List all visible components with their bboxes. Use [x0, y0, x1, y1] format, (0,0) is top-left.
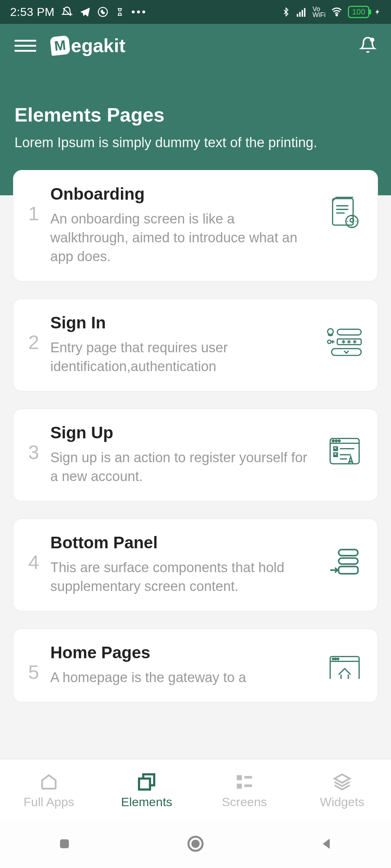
telegram-icon [79, 6, 91, 18]
status-right: VoWiFi 100 [281, 6, 381, 18]
app-header: M egakit Elements Pages Lorem Ipsum is s… [0, 24, 391, 195]
svg-rect-31 [339, 558, 358, 564]
charging-icon [374, 7, 381, 17]
page-subtitle: Lorem Ipsum is simply dummy text of the … [14, 133, 377, 152]
bluetooth-icon [281, 6, 291, 18]
svg-point-23 [335, 440, 337, 442]
svg-rect-4 [302, 10, 303, 17]
onboarding-icon [325, 184, 365, 231]
svg-rect-15 [337, 329, 361, 335]
svg-point-35 [332, 658, 334, 660]
svg-point-14 [328, 329, 333, 335]
home-button[interactable] [186, 834, 205, 855]
more-icon: ••• [131, 6, 147, 18]
app-icon [115, 7, 125, 17]
svg-rect-2 [297, 14, 298, 17]
svg-point-22 [332, 440, 334, 442]
tab-label: Widgets [320, 795, 365, 809]
status-left: 2:53 PM ••• [10, 5, 147, 19]
svg-rect-19 [332, 349, 361, 356]
tab-widgets[interactable]: Widgets [293, 760, 391, 821]
svg-rect-39 [139, 778, 150, 789]
svg-point-7 [371, 38, 374, 41]
svg-rect-30 [339, 550, 358, 556]
home-pages-icon [325, 643, 365, 679]
list-item-bottom-panel[interactable]: 4 Bottom Panel This are surface componen… [13, 519, 378, 611]
logo-badge: M [50, 35, 70, 56]
item-title: Sign Up [50, 423, 315, 442]
svg-point-36 [335, 658, 336, 660]
tab-elements[interactable]: Elements [98, 760, 196, 821]
item-number: 4 [26, 533, 41, 573]
svg-rect-41 [244, 776, 252, 778]
svg-rect-5 [304, 8, 306, 17]
wifi-icon [331, 7, 343, 17]
svg-rect-3 [299, 12, 301, 17]
vowifi-icon: VoWiFi [312, 6, 325, 18]
svg-rect-33 [330, 656, 359, 679]
signin-icon: ✱ ✱ ✱ [325, 313, 365, 360]
svg-point-46 [192, 841, 198, 847]
tab-label: Elements [121, 795, 172, 809]
bottom-tab-bar: Full Apps Elements Screens Widgets [0, 760, 391, 821]
item-title: Sign In [50, 313, 315, 332]
svg-point-24 [339, 440, 340, 442]
svg-point-13 [350, 218, 354, 222]
logo-text: egakit [71, 35, 125, 56]
svg-rect-42 [237, 783, 242, 788]
signup-icon [325, 423, 365, 470]
menu-button[interactable] [14, 40, 36, 52]
svg-rect-32 [339, 566, 358, 574]
battery-icon: 100 [348, 6, 369, 18]
item-number: 2 [26, 313, 41, 353]
tab-screens[interactable]: Screens [196, 760, 293, 821]
svg-rect-44 [60, 839, 69, 848]
item-desc: This are surface components that hold su… [50, 558, 315, 596]
item-number: 1 [26, 184, 41, 225]
dnd-icon [61, 6, 73, 18]
battery-level: 100 [352, 7, 365, 17]
list-item-signup[interactable]: 3 Sign Up Sign up is an action to regist… [13, 409, 378, 501]
item-number: 3 [26, 423, 41, 463]
system-nav-bar [0, 821, 391, 868]
list-item-signin[interactable]: 2 Sign In Entry page that requires user … [13, 299, 378, 391]
svg-rect-20 [330, 438, 359, 464]
item-desc: A homepage is the gateway to a [50, 668, 315, 687]
tab-full-apps[interactable]: Full Apps [0, 760, 98, 821]
item-desc: Sign up is an action to register yoursel… [50, 448, 315, 486]
svg-point-6 [336, 14, 337, 16]
svg-text:✱ ✱ ✱: ✱ ✱ ✱ [341, 339, 357, 345]
back-button[interactable] [319, 836, 334, 853]
item-title: Onboarding [50, 184, 315, 204]
svg-point-16 [328, 340, 331, 343]
elements-list: 1 Onboarding An onboarding screen is lik… [0, 170, 391, 760]
item-number: 5 [26, 643, 41, 683]
list-item-home-pages[interactable]: 5 Home Pages A homepage is the gateway t… [13, 629, 378, 702]
app-logo: M egakit [51, 35, 125, 56]
page-title: Elements Pages [14, 103, 377, 126]
tab-label: Full Apps [24, 795, 74, 809]
item-title: Home Pages [50, 643, 315, 662]
list-item-onboarding[interactable]: 1 Onboarding An onboarding screen is lik… [13, 170, 378, 281]
item-desc: An onboarding screen is like a walkthrou… [50, 209, 315, 266]
item-desc: Entry page that requires user identifica… [50, 338, 315, 376]
status-bar: 2:53 PM ••• VoWiFi 100 [0, 0, 391, 24]
recent-apps-button[interactable] [57, 836, 72, 853]
signal-icon [296, 6, 307, 18]
clock: 2:53 PM [10, 5, 55, 19]
bottom-panel-icon [325, 533, 365, 580]
svg-point-37 [337, 658, 339, 660]
svg-rect-43 [244, 784, 252, 787]
item-title: Bottom Panel [50, 533, 315, 552]
whatsapp-icon [97, 7, 108, 17]
topbar: M egakit [0, 24, 391, 60]
svg-rect-40 [237, 775, 242, 780]
notifications-button[interactable] [359, 36, 377, 55]
tab-label: Screens [222, 795, 267, 809]
